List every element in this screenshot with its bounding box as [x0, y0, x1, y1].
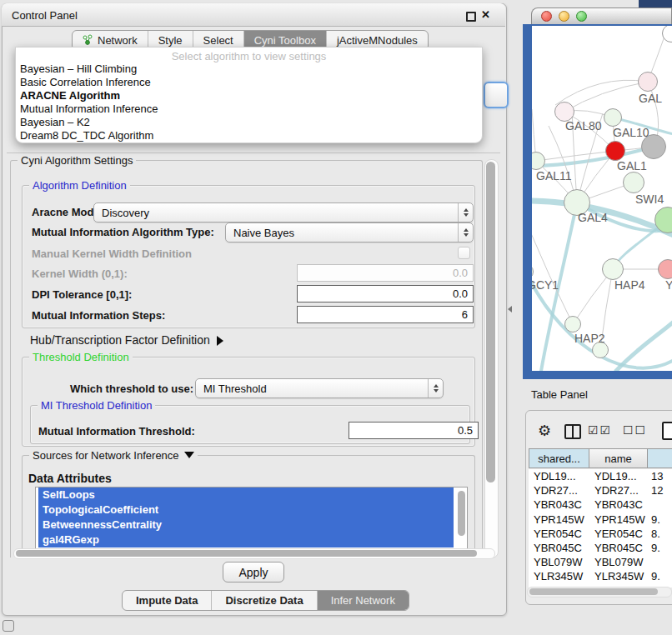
algorithm-definition-title: Algorithm Definition	[29, 179, 130, 192]
attribute-item[interactable]: TopologicalCoefficient	[38, 502, 454, 518]
bottom-tabbar: Impute Data Discretize Data Infer Networ…	[122, 590, 409, 611]
node-label: Y	[665, 278, 672, 292]
aracne-mode-select[interactable]: Discovery	[93, 202, 474, 222]
column-header-name[interactable]: name	[589, 448, 648, 468]
node-label: HAP2	[574, 332, 605, 345]
attribute-list-scrollbar[interactable]	[458, 491, 465, 536]
stepper-icon	[458, 223, 473, 242]
minimize-window-icon[interactable]	[559, 11, 569, 22]
kernel-width-label: Kernel Width (0,1):	[32, 268, 128, 280]
mi-type-label: Mutual Information Algorithm Type:	[32, 226, 214, 238]
collapsed-arrow-icon	[217, 336, 223, 346]
control-panel-title: Control Panel	[12, 9, 78, 22]
apply-button[interactable]: Apply	[223, 562, 284, 582]
network-node[interactable]	[658, 259, 672, 279]
mi-threshold-label: Mutual Information Threshold:	[38, 425, 195, 438]
node-table[interactable]: YDL19... YDL19... 13 YDR27... YDR27... 1…	[529, 469, 672, 588]
network-node[interactable]	[602, 258, 624, 280]
tab-impute-data[interactable]: Impute Data	[123, 591, 212, 610]
node-label: GAL80	[565, 119, 602, 132]
table-horizontal-scrollbar[interactable]	[527, 587, 672, 598]
table-panel-title: Table Panel	[531, 388, 588, 401]
node-label: GCY1	[532, 278, 559, 292]
screen: Control Panel ✕ Network Style Select Cyn…	[0, 0, 672, 635]
close-icon[interactable]: ✕	[481, 8, 490, 21]
node-label: GAL4	[578, 211, 608, 224]
algorithm-option[interactable]: Bayesian – Hill Climbing	[16, 62, 482, 76]
cyni-settings-title: Cyni Algorithm Settings	[18, 154, 136, 167]
dpi-tolerance-field[interactable]: 0.0	[297, 285, 474, 302]
select-all-icon[interactable]: ☑☑	[588, 423, 612, 437]
network-canvas[interactable]: GALGAL80GAL10GAL1GAL11SWI4GAL4GCY1HAP4YH…	[532, 26, 672, 371]
network-node[interactable]	[564, 316, 581, 332]
node-label: GAL	[639, 92, 662, 105]
column-header-cut[interactable]	[647, 448, 672, 468]
dropdown-prompt: Select algorithm to view settings	[16, 50, 482, 62]
node-label: GAL11	[536, 169, 572, 182]
table-row[interactable]: YBR043C YBR043C	[529, 498, 672, 512]
tab-discretize-data[interactable]: Discretize Data	[212, 591, 317, 610]
hub-definition-toggle[interactable]: Hub/Transcription Factor Definition	[30, 333, 223, 347]
table-row[interactable]: YLR345W YLR345W 9.	[529, 569, 672, 583]
network-node[interactable]	[605, 141, 625, 161]
settings-horizontal-scrollbar-thumb[interactable]	[16, 550, 477, 557]
tab-network-label: Network	[98, 34, 138, 47]
algorithm-option[interactable]: Mutual Information Inference	[16, 102, 482, 116]
column-header-shared-name[interactable]: shared...	[529, 448, 589, 468]
algorithm-option[interactable]: Dream8 DC_TDC Algorithm	[16, 129, 482, 142]
close-window-icon[interactable]	[541, 11, 552, 22]
tab-infer-network[interactable]: Infer Network	[318, 591, 409, 610]
network-window-titlebar	[531, 8, 672, 24]
table-row[interactable]: YER054C YER054C 8.	[529, 527, 672, 541]
table-row[interactable]: YBL079W YBL079W	[529, 555, 672, 569]
kernel-width-field[interactable]: 0.0	[297, 264, 474, 282]
mi-steps-field[interactable]: 6	[297, 306, 474, 323]
data-attributes-label: Data Attributes	[28, 472, 112, 485]
which-threshold-label: Which threshold to use:	[70, 382, 193, 395]
zoom-window-icon[interactable]	[576, 11, 587, 22]
table-row[interactable]: YPR145W YPR145W 9.	[529, 512, 672, 527]
attribute-item[interactable]: gal4RGexp	[38, 532, 454, 548]
deselect-all-icon[interactable]: ☐☐	[623, 423, 647, 437]
restore-panel-icon[interactable]	[3, 620, 14, 632]
mi-threshold-field[interactable]: 0.5	[349, 422, 479, 439]
manual-kernel-label: Manual Kernel Width Definition	[32, 248, 192, 260]
data-attributes-list[interactable]: SelfLoopsTopologicalCoefficientBetweenne…	[35, 487, 468, 549]
float-window-icon[interactable]	[466, 12, 476, 22]
algorithm-option[interactable]: Bayesian – K2	[16, 116, 482, 129]
groupbox-fragment	[7, 152, 500, 153]
expanded-arrow-icon	[184, 452, 194, 458]
show-columns-icon[interactable]	[564, 424, 581, 439]
algorithm-option[interactable]: ARACNE Algorithm	[16, 89, 482, 102]
network-tab-icon	[83, 34, 93, 48]
panel-divider-collapse-icon[interactable]	[508, 306, 512, 312]
node-label: SWI4	[635, 192, 664, 206]
settings-horizontal-scrollbar[interactable]	[13, 548, 495, 559]
settings-vertical-scrollbar[interactable]	[484, 159, 499, 558]
network-node[interactable]	[604, 108, 622, 127]
attribute-item[interactable]: BetweennessCentrality	[38, 518, 454, 532]
dpi-tolerance-label: DPI Tolerance [0,1]:	[32, 288, 132, 301]
background-window-edge	[639, 0, 672, 8]
network-node[interactable]	[623, 172, 644, 193]
node-label: GAL10	[613, 126, 649, 139]
which-threshold-select[interactable]: MI Threshold	[195, 378, 444, 398]
settings-vertical-scrollbar-thumb[interactable]	[486, 162, 495, 482]
table-row[interactable]: YBR045C YBR045C 9.	[529, 541, 672, 555]
export-table-icon[interactable]	[662, 422, 672, 440]
table-horizontal-scrollbar-thumb[interactable]	[529, 588, 658, 595]
network-node[interactable]	[638, 72, 658, 92]
mi-steps-label: Mutual Information Steps:	[32, 309, 165, 322]
manual-kernel-checkbox[interactable]	[458, 247, 470, 259]
table-row[interactable]: YDR27... YDR27... 12	[529, 483, 672, 498]
sources-title[interactable]: Sources for Network Inference	[29, 449, 198, 462]
algorithm-option[interactable]: Basic Correlation Inference	[16, 76, 482, 89]
stepper-icon	[428, 379, 443, 398]
mi-type-select[interactable]: Naive Bayes	[225, 222, 474, 242]
threshold-definition-title: Threshold Definition	[29, 351, 133, 363]
node-label: HAP4	[614, 278, 645, 292]
attribute-item[interactable]: SelfLoops	[38, 488, 454, 502]
mi-threshold-group-title: MI Threshold Definition	[38, 399, 155, 412]
gear-icon[interactable]: ⚙	[538, 422, 551, 440]
table-row[interactable]: YDL19... YDL19... 13	[529, 469, 672, 483]
